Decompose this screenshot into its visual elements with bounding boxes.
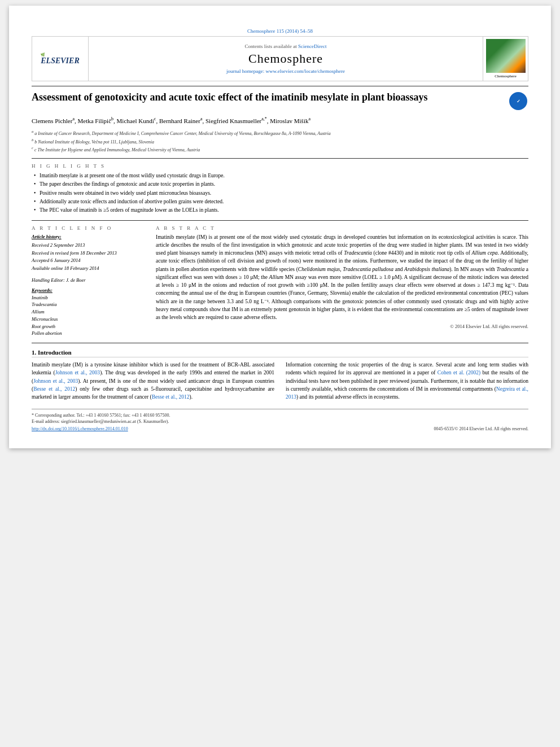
keywords-title: Keywords: — [32, 287, 145, 293]
ref-johnson-2003-1[interactable]: Johnson et al., 2003 — [55, 370, 100, 375]
keyword-micronucleus: Micronucleus — [32, 316, 145, 323]
contents-line: Contents lists available at ScienceDirec… — [245, 43, 327, 49]
handling-editor: Handling Editor: J. de Boer — [32, 277, 145, 283]
highlight-item: Imatinib mesylate is at present one of t… — [32, 172, 528, 180]
keywords-section: Keywords: Imatinib Tradescantia Allium M… — [32, 287, 145, 338]
author-bernhard: Bernhard Rainer — [159, 117, 200, 124]
author-metka: Metka Filipič — [77, 117, 111, 124]
ref-besse-2012-2[interactable]: Besse et al., 2012 — [152, 394, 190, 400]
introduction-section: 1. Introduction Imatinib mesylate (IM) i… — [32, 349, 528, 401]
highlights-label: H I G H L I G H T S — [32, 163, 528, 169]
sciencedirect-link[interactable]: ScienceDirect — [298, 43, 326, 49]
ref-besse-2012-1[interactable]: Besse et al., 2012 — [33, 386, 75, 392]
intro-two-col: Imatinib mesylate (IM) is a tyrosine kin… — [32, 361, 528, 401]
revised-date: Received in revised form 18 December 201… — [32, 250, 145, 257]
author-miroslav: Miroslav Mišík — [270, 117, 308, 124]
journal-cover-image — [486, 39, 526, 73]
affiliation-c: c c The Institute for Hygiene and Applie… — [32, 145, 528, 154]
keyword-tradescantia: Tradescantia — [32, 301, 145, 308]
abstract-label: A B S T R A C T — [156, 225, 528, 231]
copyright-line: © 2014 Elsevier Ltd. All rights reserved… — [156, 324, 528, 329]
ref-negreira-2013[interactable]: Negreira et al., 2013 — [286, 386, 528, 400]
article-history: Article history: Received 2 September 20… — [32, 233, 145, 273]
author-siegfried: Siegfried Knasmueller — [205, 117, 261, 124]
crossmark-badge: ✓ — [508, 91, 528, 111]
cover-label: Chemosphere — [495, 74, 517, 78]
author-clemens: Clemens Pichler — [32, 117, 72, 124]
highlights-section: H I G H L I G H T S Imatinib mesylate is… — [32, 163, 528, 214]
page: Chemosphere 115 (2014) 54–58 🌿 ELSEVIER … — [9, 6, 551, 448]
article-meta-line: Chemosphere 115 (2014) 54–58 — [32, 28, 528, 34]
abstract-col: A B S T R A C T Imatinib mesylate (IM) i… — [156, 225, 528, 337]
page-footer: * Corresponding author. Tel.: +43 1 4016… — [32, 409, 528, 431]
elsevier-logo: 🌿 ELSEVIER — [41, 53, 79, 65]
affiliation-a: a a Institute of Cancer Research, Depart… — [32, 129, 528, 137]
article-info-col: A R T I C L E I N F O Article history: R… — [32, 225, 145, 337]
doi-link[interactable]: http://dx.doi.org/10.1016/j.chemosphere.… — [32, 426, 128, 431]
affiliation-b: b b National Institute of Biology, Večna… — [32, 137, 528, 146]
keyword-imatinib: Imatinib — [32, 294, 145, 302]
authors-line: Clemens Pichlera, Metka Filipičb, Michae… — [32, 116, 528, 125]
history-title: Article history: — [32, 233, 145, 241]
abstract-text: Imatinib mesylate (IM) is at present one… — [156, 233, 528, 322]
highlights-list: Imatinib mesylate is at present one of t… — [32, 172, 528, 214]
intro-col-1: Imatinib mesylate (IM) is a tyrosine kin… — [32, 361, 274, 401]
article-title: Assessment of genotoxicity and acute tox… — [32, 91, 502, 104]
highlight-item: The PEC value of imatinib is ≥5 orders o… — [32, 207, 528, 214]
divider-abstract — [32, 220, 528, 221]
article-body: Assessment of genotoxicity and acute tox… — [32, 86, 528, 431]
article-info-label: A R T I C L E I N F O — [32, 225, 145, 231]
article-title-section: Assessment of genotoxicity and acute tox… — [32, 91, 528, 111]
available-date: Available online 18 February 2014 — [32, 265, 145, 273]
ref-johnson-2003-2[interactable]: Johnson et al., 2003 — [33, 378, 78, 384]
keyword-root-growth: Root growth — [32, 323, 145, 330]
corresponding-note: * Corresponding author. Tel.: +43 1 4016… — [32, 413, 528, 418]
intro-col-2: Information concerning the toxic propert… — [286, 361, 528, 401]
divider-top — [32, 86, 528, 86]
received-date: Received 2 September 2013 — [32, 242, 145, 250]
info-abstract-section: A R T I C L E I N F O Article history: R… — [32, 225, 528, 337]
author-michael: Michael Kundi — [117, 117, 154, 124]
highlight-item: Positive results were obtained in two wi… — [32, 190, 528, 197]
highlight-item: Additionally acute toxic effects and ind… — [32, 198, 528, 206]
intro-heading: 1. Introduction — [32, 349, 528, 357]
divider-intro — [32, 343, 528, 343]
divider-highlights — [32, 158, 528, 159]
footer-doi: http://dx.doi.org/10.1016/j.chemosphere.… — [32, 426, 128, 431]
journal-homepage: journal homepage: www.elsevier.com/locat… — [226, 68, 345, 74]
accepted-date: Accepted 6 January 2014 — [32, 257, 145, 265]
affiliations: a a Institute of Cancer Research, Depart… — [32, 129, 528, 154]
keyword-allium: Allium — [32, 308, 145, 316]
journal-header: 🌿 ELSEVIER Contents lists available at S… — [32, 36, 528, 81]
journal-header-center: Contents lists available at ScienceDirec… — [89, 37, 483, 81]
footer-bottom: http://dx.doi.org/10.1016/j.chemosphere.… — [32, 426, 528, 431]
journal-volume-label: Chemosphere 115 (2014) 54–58 — [247, 28, 313, 34]
journal-cover-area: Chemosphere — [483, 37, 528, 81]
email-note: E-mail address: siegfried.knasmueller@me… — [32, 419, 528, 424]
journal-title: Chemosphere — [248, 51, 323, 66]
keyword-pollen-abortion: Pollen abortion — [32, 330, 145, 337]
ref-cohen-2002[interactable]: Cohen et al. (2002) — [438, 370, 480, 375]
footer-issn: 0045-6535/© 2014 Elsevier Ltd. All right… — [434, 426, 528, 431]
crossmark-icon: ✓ — [509, 92, 527, 110]
elsevier-logo-area: 🌿 ELSEVIER — [32, 37, 89, 81]
highlight-item: The paper describes the findings of geno… — [32, 181, 528, 188]
